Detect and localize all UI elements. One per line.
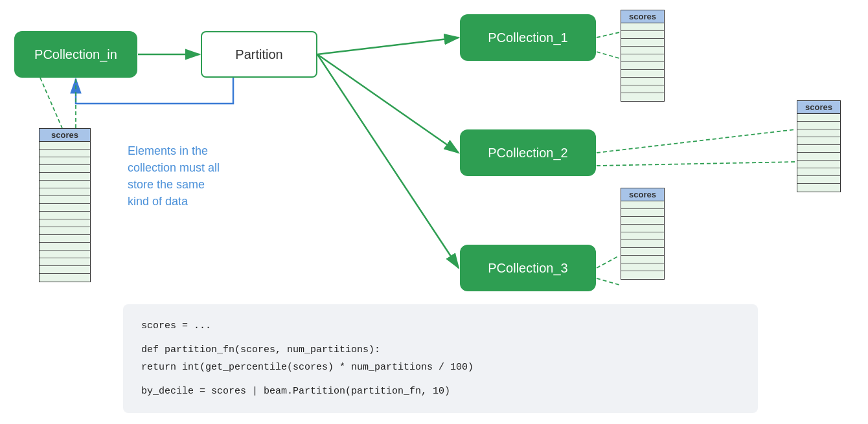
table-row [40,196,90,204]
annotation-line3: store the same [128,178,205,191]
table-row [797,184,840,192]
table-row [621,62,664,70]
table-row [797,122,840,129]
table-row [621,232,664,240]
code-line-2 [141,335,740,341]
svg-line-6 [317,54,459,268]
table-2-header: scores [797,101,840,114]
table-row [40,266,90,274]
table-row [621,225,664,232]
table-row [40,204,90,212]
pcollection-in-box: PCollection_in [14,31,137,78]
table-row [40,142,90,150]
table-row [797,176,840,184]
annotation-line2: collection must all [128,161,220,174]
main-data-table: scores [39,128,91,282]
pcollection-3-label: PCollection_3 [488,261,567,276]
table-row [797,114,840,122]
table-row [797,129,840,137]
table-row [621,93,664,101]
code-block: scores = ... def partition_fn(scores, nu… [123,304,758,413]
table-row [621,39,664,47]
table-row [797,145,840,153]
svg-line-7 [40,78,62,128]
table-row [40,173,90,181]
partition-label: Partition [235,47,282,62]
table-row [621,209,664,217]
table-row [40,165,90,173]
annotation-line1: Elements in the [128,144,208,157]
table-row [40,219,90,227]
table-row [797,161,840,168]
table-row [621,31,664,39]
table-row [621,70,664,78]
code-line-6: by_decile = scores | beam.Partition(part… [141,383,740,400]
table-row [40,274,90,282]
pcollection-1-box: PCollection_1 [460,14,596,61]
annotation-text: Elements in the collection must all stor… [128,142,220,210]
table-row [621,263,664,271]
annotation-line4: kind of data [128,195,188,208]
partition-box: Partition [201,31,317,78]
svg-line-9 [597,32,619,38]
table-row [40,150,90,157]
pcollection-2-box: PCollection_2 [460,129,596,176]
table-row [797,153,840,161]
table-2: scores [797,100,841,192]
svg-line-10 [597,52,619,58]
code-line-3: def partition_fn(scores, num_partitions)… [141,341,740,359]
table-row [621,271,664,279]
table-row [797,137,840,145]
table-row [621,248,664,256]
svg-line-13 [597,256,619,268]
table-row [621,47,664,54]
table-1: scores [621,10,665,102]
main-table-header: scores [40,129,90,142]
svg-line-11 [597,129,795,153]
pcollection-3-box: PCollection_3 [460,245,596,291]
table-row [621,217,664,225]
table-row [621,54,664,62]
code-line-1: scores = ... [141,317,740,335]
svg-line-12 [597,162,795,166]
table-row [40,227,90,235]
table-row [40,188,90,196]
table-row [40,212,90,219]
table-row [621,201,664,209]
table-row [621,85,664,93]
code-line-4: return int(get_percentile(scores) * num_… [141,359,740,376]
table-row [40,235,90,243]
pcollection-2-label: PCollection_2 [488,146,567,161]
table-row [797,168,840,176]
table-row [40,258,90,266]
table-row [40,157,90,165]
table-row [621,23,664,31]
svg-line-14 [597,278,619,285]
table-row [40,251,90,258]
pcollection-1-label: PCollection_1 [488,30,567,45]
code-line-5 [141,376,740,383]
svg-line-4 [317,38,459,54]
table-row [621,78,664,85]
table-row [40,243,90,251]
svg-line-5 [317,54,459,153]
table-3: scores [621,188,665,280]
table-row [40,181,90,188]
table-row [621,256,664,263]
table-3-header: scores [621,188,664,201]
table-row [621,240,664,248]
table-1-header: scores [621,10,664,23]
pcollection-in-label: PCollection_in [34,47,117,62]
diagram-container: PCollection_in Partition PCollection_1 P… [0,0,868,424]
